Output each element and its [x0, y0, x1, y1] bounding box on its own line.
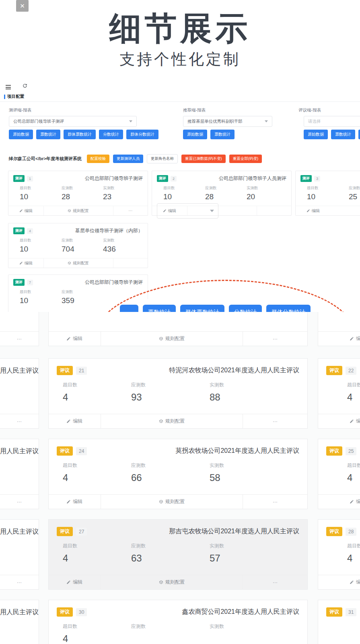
group-score-stats-button[interactable]: 群体分数统计 [266, 305, 311, 312]
stat-label: 应测数 [62, 238, 103, 243]
reset-tested-button[interactable]: 重置已测数据(码不变) [181, 155, 226, 163]
card-number: 3 [314, 176, 320, 182]
stat-label: 实测数 [103, 186, 148, 191]
more-icon: ··· [273, 499, 278, 505]
card-title: 基层单位领导班子测评（内部） [75, 227, 143, 234]
card-footer: 编辑 规则配置 ··· [49, 494, 307, 509]
rule-config-label: 规则配置 [73, 260, 89, 266]
edit-label: 编辑 [356, 335, 360, 342]
edit-button[interactable]: 编辑 [318, 575, 360, 589]
vote-stats-button[interactable]: 票数统计 [143, 305, 176, 312]
edit-button[interactable]: 编辑 [296, 206, 331, 215]
stat-label: 题目数 [163, 186, 205, 191]
pencil-icon [66, 336, 71, 341]
stat-label: 应测数 [205, 186, 247, 191]
pencil-icon [350, 500, 354, 504]
more-button[interactable]: ··· [0, 575, 39, 589]
rule-config-label: 规则配置 [165, 335, 185, 342]
review-card-partial: 编辑 规则配置 ··· [48, 312, 308, 346]
more-button[interactable]: ··· [243, 575, 307, 589]
card-title-fragment: 用人民主评议 [0, 439, 39, 456]
score-stats-button[interactable]: 分数统计 [229, 305, 262, 312]
card-title: 莫拐农牧场公司2021年度选人用人民主评议 [175, 447, 299, 455]
vote-stats-button[interactable]: 票数统计 [331, 130, 355, 139]
refresh-icon[interactable] [22, 83, 28, 89]
card-title: 公司总部部门领导班子测评 [85, 175, 143, 182]
card-stats: 题目数4 [318, 375, 360, 403]
rule-config-button[interactable]: 规则配置 [43, 206, 113, 215]
card-stats: 题目数4 应测数63 实测数57 [49, 536, 307, 564]
edit-label: 编辑 [73, 418, 82, 425]
more-button[interactable]: ··· [243, 332, 307, 346]
config-check-button[interactable]: 配置校验 [87, 155, 109, 163]
card-stats: 题目数4 应测数66 实测数58 [49, 456, 307, 483]
rule-config-button[interactable]: 规则配置 [101, 332, 243, 346]
more-button[interactable] [257, 206, 292, 215]
group-vote-stats-button[interactable]: 群体票数统计 [180, 305, 224, 312]
system-header: 绰尔森工公司</br>年度考核测评系统 配置校验 更新测评人员 更新角色名称 重… [9, 154, 262, 163]
vote-stats-button[interactable]: 票数统计 [36, 130, 60, 139]
edit-button[interactable]: 编辑 [318, 331, 360, 346]
divider [0, 101, 360, 102]
chevron-down-icon [265, 120, 268, 122]
select-fragment[interactable] [157, 203, 218, 219]
cube-icon [68, 261, 71, 265]
card-number: 4 [27, 228, 33, 234]
update-people-button[interactable]: 更新测评人员 [113, 155, 143, 163]
card-header: 评议 25 [318, 439, 360, 456]
raw-data-button[interactable]: 原始数据 [9, 130, 33, 139]
edit-button[interactable]: 编辑 [318, 414, 360, 428]
group-vote-stats-button[interactable]: 群体票数统计 [358, 130, 360, 139]
stat-label: 题目数 [63, 623, 131, 630]
rule-config-button[interactable]: 规则配置 [101, 495, 243, 509]
pencil-icon [307, 209, 310, 213]
group-vote-stats-button[interactable]: 群体票数统计 [64, 130, 96, 139]
rule-config-button[interactable]: 规则配置 [101, 414, 243, 428]
score-stats-button[interactable]: 分数统计 [99, 130, 123, 139]
cube-icon [159, 336, 163, 341]
group-score-stats-button[interactable]: 群体分数统计 [126, 130, 158, 139]
stat-value: 93 [131, 392, 210, 403]
edit-button[interactable]: 编辑 [318, 494, 360, 509]
report-col3-select[interactable]: 请选择 [304, 116, 360, 127]
raw-data-button[interactable]: 原始数据 [183, 130, 207, 139]
more-icon: ··· [273, 580, 278, 585]
card-number: 24 [76, 447, 87, 455]
card-stats: 题目数10 应测数704 实测数436 [8, 234, 148, 254]
stat-value: 58 [210, 472, 307, 483]
vote-stats-button[interactable]: 票数统计 [210, 130, 235, 139]
edit-button[interactable]: 编辑 [49, 495, 101, 509]
more-button[interactable]: ··· [243, 495, 307, 509]
upper-screenshot: 项目配置 测评端-报表 公司总部部门领导班子测评 原始数据 票数统计 群体票数统… [0, 78, 360, 312]
rule-config-button[interactable]: 规则配置 [43, 258, 113, 268]
edit-button[interactable]: 编辑 [8, 206, 43, 215]
more-button[interactable]: ··· [0, 494, 39, 509]
update-role-button[interactable]: 更新角色名称 [147, 154, 178, 163]
menu-icon[interactable] [6, 85, 11, 89]
more-button[interactable]: ··· [243, 414, 307, 428]
edit-button[interactable]: 编辑 [8, 258, 43, 268]
stat-value: 4 [63, 553, 131, 564]
stat-value: 66 [131, 472, 210, 483]
report-col1-select[interactable]: 公司总部部门领导班子测评 [9, 116, 137, 127]
stat-label: 应测数 [131, 462, 210, 469]
rule-config-button[interactable]: 规则配置 [101, 575, 243, 589]
edit-button[interactable]: 编辑 [49, 414, 101, 428]
more-button[interactable]: ··· [0, 414, 39, 428]
raw-data-button[interactable]: 原始数据 [304, 130, 328, 139]
rule-config-label: 规则配置 [165, 579, 185, 586]
more-button[interactable]: ··· [0, 331, 39, 346]
stat-value: 4 [347, 553, 360, 564]
pencil-icon [66, 419, 71, 423]
more-button[interactable]: ··· [113, 206, 148, 215]
edit-label: 编辑 [356, 418, 360, 425]
report-col2-select[interactable]: 推荐基层单位优秀科副职干部 [183, 116, 272, 127]
reset-all-button[interactable]: 重置全部(码变) [229, 155, 262, 163]
edit-button[interactable]: 编辑 [49, 575, 101, 589]
more-button[interactable] [113, 258, 148, 268]
edit-button[interactable]: 编辑 [49, 332, 101, 346]
stat-value: 10 [20, 192, 62, 201]
card-number: 28 [346, 528, 356, 536]
card-header: 评议 27 那吉屯农牧场公司2021年度选人用人民主评议 [49, 520, 307, 536]
report-col2-label: 推荐端-报表 [183, 107, 206, 113]
